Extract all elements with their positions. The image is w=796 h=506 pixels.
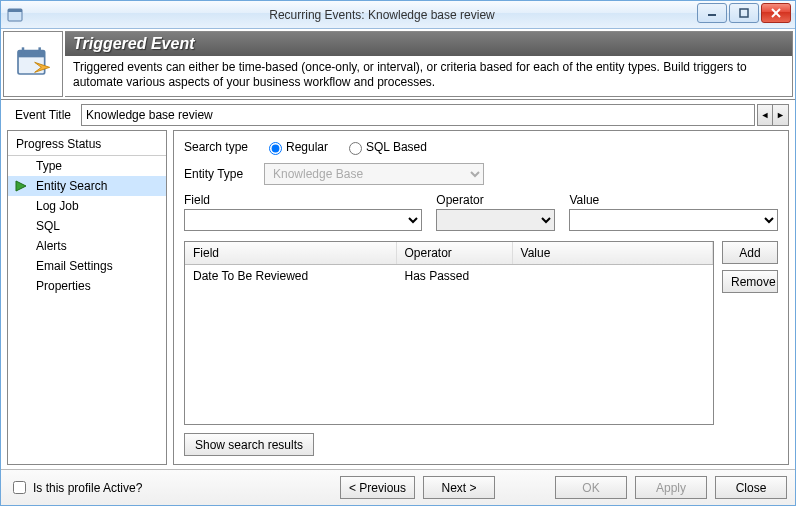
previous-button[interactable]: < Previous bbox=[340, 476, 415, 499]
event-title-input[interactable] bbox=[81, 104, 755, 126]
add-button[interactable]: Add bbox=[722, 241, 778, 264]
minimize-button[interactable] bbox=[697, 3, 727, 23]
next-event-arrow[interactable]: ► bbox=[773, 104, 789, 126]
sidebar-item-label: Email Settings bbox=[36, 259, 113, 273]
sidebar-item-alerts[interactable]: Alerts bbox=[8, 236, 166, 256]
close-window-button[interactable] bbox=[761, 3, 791, 23]
app-icon bbox=[7, 7, 23, 23]
event-title-row: Event Title ◄ ► bbox=[1, 100, 795, 130]
criteria-input-row: Field Operator Value bbox=[184, 193, 778, 231]
sidebar-header: Progress Status bbox=[8, 133, 166, 156]
entity-type-select: Knowledge Base bbox=[264, 163, 484, 185]
ok-button[interactable]: OK bbox=[555, 476, 627, 499]
prev-event-arrow[interactable]: ◄ bbox=[757, 104, 773, 126]
svg-rect-1 bbox=[8, 9, 22, 12]
value-select[interactable] bbox=[569, 209, 778, 231]
window: Recurring Events: Knowledge base review … bbox=[0, 0, 796, 506]
progress-sidebar: Progress Status TypeEntity SearchLog Job… bbox=[7, 130, 167, 465]
window-controls bbox=[695, 3, 791, 23]
sidebar-item-properties[interactable]: Properties bbox=[8, 276, 166, 296]
sidebar-item-sql[interactable]: SQL bbox=[8, 216, 166, 236]
criteria-grid-row: Field Operator Value Date To Be Reviewed… bbox=[184, 241, 778, 425]
value-label: Value bbox=[569, 193, 778, 207]
header-strip: Triggered Event Triggered events can eit… bbox=[1, 29, 795, 100]
entity-type-row: Entity Type Knowledge Base bbox=[184, 163, 778, 185]
sidebar-item-label: SQL bbox=[36, 219, 60, 233]
sidebar-item-type[interactable]: Type bbox=[8, 156, 166, 176]
event-title-nav: ◄ ► bbox=[757, 104, 789, 126]
entity-type-label: Entity Type bbox=[184, 167, 264, 181]
sidebar-item-email-settings[interactable]: Email Settings bbox=[8, 256, 166, 276]
main-area: Progress Status TypeEntity SearchLog Job… bbox=[1, 130, 795, 469]
sidebar-item-log-job[interactable]: Log Job bbox=[8, 196, 166, 216]
field-label: Field bbox=[184, 193, 422, 207]
footer: Is this profile Active? < Previous Next … bbox=[1, 469, 795, 505]
remove-button[interactable]: Remove bbox=[722, 270, 778, 293]
grid-header-field[interactable]: Field bbox=[185, 242, 396, 265]
grid-buttons: Add Remove bbox=[722, 241, 778, 425]
sidebar-item-entity-search[interactable]: Entity Search bbox=[8, 176, 166, 196]
search-type-regular-radio[interactable] bbox=[269, 142, 282, 155]
svg-marker-11 bbox=[16, 181, 26, 191]
search-type-row: Search type Regular SQL Based bbox=[184, 139, 778, 155]
cell-value bbox=[512, 265, 712, 288]
operator-label: Operator bbox=[436, 193, 555, 207]
header-right: Triggered Event Triggered events can eit… bbox=[65, 31, 793, 97]
cell-field: Date To Be Reviewed bbox=[185, 265, 396, 288]
sidebar-item-label: Type bbox=[36, 159, 62, 173]
header-description: Triggered events can either be time-base… bbox=[65, 56, 792, 96]
sidebar-item-label: Log Job bbox=[36, 199, 79, 213]
window-title: Recurring Events: Knowledge base review bbox=[29, 8, 795, 22]
field-select[interactable] bbox=[184, 209, 422, 231]
titlebar: Recurring Events: Knowledge base review bbox=[1, 1, 795, 29]
cell-operator: Has Passed bbox=[396, 265, 512, 288]
arrow-right-icon bbox=[14, 179, 28, 193]
search-type-sql-label: SQL Based bbox=[366, 140, 427, 154]
svg-rect-3 bbox=[740, 9, 748, 17]
criteria-grid[interactable]: Field Operator Value Date To Be Reviewed… bbox=[184, 241, 714, 425]
search-type-label: Search type bbox=[184, 140, 264, 154]
next-button[interactable]: Next > bbox=[423, 476, 495, 499]
grid-header-value[interactable]: Value bbox=[512, 242, 712, 265]
table-row[interactable]: Date To Be ReviewedHas Passed bbox=[185, 265, 713, 288]
show-search-results-button[interactable]: Show search results bbox=[184, 433, 314, 456]
sidebar-item-label: Entity Search bbox=[36, 179, 107, 193]
sidebar-item-label: Properties bbox=[36, 279, 91, 293]
maximize-button[interactable] bbox=[729, 3, 759, 23]
grid-header-operator[interactable]: Operator bbox=[396, 242, 512, 265]
search-type-sql-radio[interactable] bbox=[349, 142, 362, 155]
profile-active-label: Is this profile Active? bbox=[33, 481, 142, 495]
search-type-regular-label: Regular bbox=[286, 140, 328, 154]
close-button[interactable]: Close bbox=[715, 476, 787, 499]
event-title-label: Event Title bbox=[15, 108, 71, 122]
operator-select[interactable] bbox=[436, 209, 555, 231]
header-title: Triggered Event bbox=[65, 32, 792, 56]
sidebar-item-label: Alerts bbox=[36, 239, 67, 253]
apply-button[interactable]: Apply bbox=[635, 476, 707, 499]
header-icon bbox=[3, 31, 63, 97]
entity-search-panel: Search type Regular SQL Based Entity Typ… bbox=[173, 130, 789, 465]
profile-active-checkbox[interactable] bbox=[13, 481, 26, 494]
